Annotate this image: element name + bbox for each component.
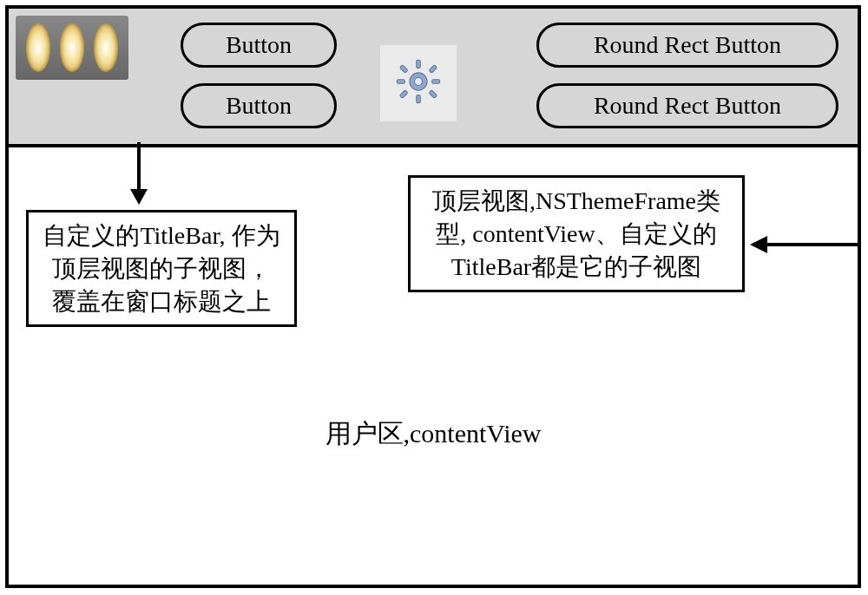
svg-rect-2: [417, 95, 420, 103]
callout-titlebar: 自定义的TitleBar, 作为顶层视图的子视图，覆盖在窗口标题之上: [26, 210, 297, 327]
arrow-down-icon: [122, 142, 156, 210]
gear-icon-box: [380, 45, 457, 121]
svg-rect-7: [399, 90, 408, 99]
svg-marker-11: [130, 189, 148, 205]
callout-themeframe: 顶层视图,NSThemeFrame类型, contentView、自定义的Tit…: [408, 175, 745, 292]
button-2[interactable]: Button: [181, 83, 337, 128]
traffic-light-icon: [60, 23, 84, 72]
traffic-light-icon: [94, 23, 118, 72]
callout-text: 顶层视图,NSThemeFrame类型, contentView、自定义的Tit…: [432, 187, 720, 280]
content-view-label-text: 用户区,contentView: [326, 419, 542, 448]
svg-rect-3: [397, 80, 404, 83]
svg-rect-8: [429, 90, 437, 99]
arrow-left-icon: [745, 227, 859, 262]
traffic-lights: [16, 16, 128, 80]
window-frame: Button Button: [5, 5, 861, 588]
button-label: Button: [226, 31, 292, 59]
svg-point-9: [415, 78, 423, 86]
gear-icon: [394, 57, 443, 109]
content-view: 自定义的TitleBar, 作为顶层视图的子视图，覆盖在窗口标题之上 顶层视图,…: [9, 147, 858, 585]
svg-rect-4: [432, 80, 440, 83]
svg-rect-5: [399, 65, 408, 74]
button-label: Round Rect Button: [594, 31, 781, 59]
round-rect-button-1[interactable]: Round Rect Button: [536, 23, 838, 68]
traffic-light-icon: [26, 23, 50, 72]
button-label: Button: [226, 92, 292, 120]
svg-rect-1: [417, 60, 420, 68]
button-1[interactable]: Button: [181, 23, 337, 68]
svg-marker-13: [750, 236, 767, 253]
callout-text: 自定义的TitleBar, 作为顶层视图的子视图，覆盖在窗口标题之上: [43, 222, 279, 315]
content-view-label: 用户区,contentView: [9, 416, 858, 452]
custom-titlebar: Button Button: [9, 9, 858, 147]
svg-rect-6: [429, 65, 437, 74]
button-label: Round Rect Button: [594, 92, 781, 120]
round-rect-button-2[interactable]: Round Rect Button: [536, 83, 838, 128]
